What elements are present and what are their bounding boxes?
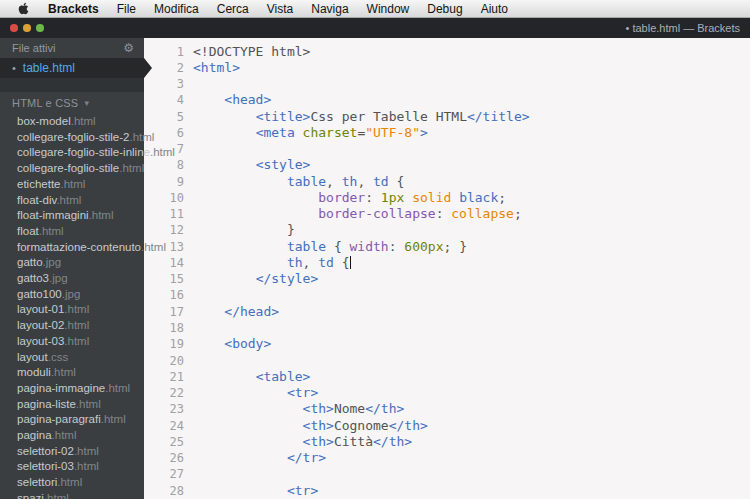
code-line[interactable]: 19 <body>	[144, 336, 750, 352]
menu-item-window[interactable]: Window	[358, 0, 419, 17]
file-list-item[interactable]: collegare-foglio-stile-2.html	[17, 130, 144, 146]
file-list-item[interactable]: collegare-foglio-stile-inline.html	[17, 145, 144, 161]
file-list-item[interactable]: gatto100.jpg	[17, 287, 144, 303]
menu-item-file[interactable]: File	[108, 0, 145, 17]
code-line[interactable]: 3	[144, 76, 750, 92]
file-extension: .html	[51, 366, 76, 378]
file-list-item[interactable]: layout-02.html	[17, 318, 144, 334]
file-list-item[interactable]: formattazione-contenuto.html	[17, 240, 144, 256]
line-number: 10	[144, 190, 184, 206]
code-line[interactable]: 5 <title>Css per Tabelle HTML</title>	[144, 109, 750, 125]
file-list-item[interactable]: collegare-foglio-stile.html	[17, 161, 144, 177]
file-base-name: layout-01	[17, 303, 64, 315]
file-extension: .html	[150, 146, 175, 158]
menu-item-naviga[interactable]: Naviga	[302, 0, 357, 17]
code-line[interactable]: 12 }	[144, 222, 750, 238]
code-line[interactable]: 18	[144, 320, 750, 336]
menu-item-modifica[interactable]: Modifica	[145, 0, 208, 17]
file-list-item[interactable]: selettori.html	[17, 475, 144, 491]
active-file-table-html[interactable]: • table.html	[0, 58, 144, 78]
file-base-name: moduli	[17, 366, 51, 378]
close-button[interactable]	[10, 24, 18, 32]
code-line[interactable]: 6 <meta charset="UTF-8">	[144, 125, 750, 141]
code-line[interactable]: 8 <style>	[144, 157, 750, 173]
zoom-button[interactable]	[36, 24, 44, 32]
file-list-item[interactable]: float-div.html	[17, 193, 144, 209]
code-line[interactable]: 14 th, td {	[144, 255, 750, 271]
gear-icon[interactable]: ⚙	[123, 42, 134, 54]
code-line[interactable]: 28 <tr>	[144, 483, 750, 499]
code-line[interactable]: 13 table { width: 600px; }	[144, 239, 750, 255]
line-number: 12	[144, 222, 184, 238]
code-text: <!DOCTYPE html>	[184, 44, 310, 60]
apple-menu[interactable]	[16, 0, 39, 17]
project-files-header[interactable]: HTML e CSS ▾	[0, 92, 144, 114]
file-list-item[interactable]: selettori-02.html	[17, 444, 144, 460]
file-list-item[interactable]: gatto.jpg	[17, 255, 144, 271]
file-list-item[interactable]: pagina-immagine.html	[17, 381, 144, 397]
file-list-item[interactable]: spazi.html	[17, 491, 144, 499]
file-base-name: gatto3	[17, 272, 49, 284]
file-base-name: pagina	[17, 429, 52, 441]
file-list-item[interactable]: float-immagini.html	[17, 208, 144, 224]
file-extension: .jpg	[62, 288, 81, 300]
file-list-item[interactable]: moduli.html	[17, 365, 144, 381]
menu-item-debug[interactable]: Debug	[418, 0, 471, 17]
code-line[interactable]: 20	[144, 353, 750, 369]
file-list-item[interactable]: layout-03.html	[17, 334, 144, 350]
code-editor[interactable]: 1<!DOCTYPE html>2<html>34 <head>5 <title…	[144, 38, 750, 499]
file-base-name: formattazione-contenuto	[17, 241, 141, 253]
code-line[interactable]: 7	[144, 141, 750, 157]
menu-item-vista[interactable]: Vista	[258, 0, 302, 17]
menu-item-cerca[interactable]: Cerca	[208, 0, 258, 17]
file-list-item[interactable]: pagina-paragrafi.html	[17, 412, 144, 428]
line-number: 17	[144, 304, 184, 320]
code-text	[184, 353, 193, 369]
code-line[interactable]: 23 <th>Nome</th>	[144, 401, 750, 417]
code-line[interactable]: 11 border-collapse: collapse;	[144, 206, 750, 222]
code-line[interactable]: 9 table, th, td {	[144, 174, 750, 190]
active-file-name: table.html	[23, 61, 75, 75]
line-number: 8	[144, 157, 184, 173]
file-base-name: float-div	[17, 194, 56, 206]
minimize-button[interactable]	[23, 24, 31, 32]
code-text: <th>Nome</th>	[184, 401, 404, 417]
code-line[interactable]: 21 <table>	[144, 369, 750, 385]
code-text: <title>Css per Tabelle HTML</title>	[184, 109, 530, 125]
code-line[interactable]: 16	[144, 287, 750, 303]
code-line[interactable]: 22 <tr>	[144, 385, 750, 401]
code-line[interactable]: 27	[144, 466, 750, 482]
file-list-item[interactable]: layout-01.html	[17, 302, 144, 318]
file-list-item[interactable]: etichette.html	[17, 177, 144, 193]
chevron-down-icon: ▾	[84, 98, 89, 108]
file-extension: .html	[44, 492, 69, 499]
code-text: </tr>	[184, 450, 326, 466]
file-list-item[interactable]: float.html	[17, 224, 144, 240]
code-text: th, td {	[184, 255, 351, 271]
file-list-item[interactable]: box-model.html	[17, 114, 144, 130]
file-list-item[interactable]: pagina-liste.html	[17, 397, 144, 413]
file-base-name: layout	[17, 351, 48, 363]
code-line[interactable]: 1<!DOCTYPE html>	[144, 44, 750, 60]
code-line[interactable]: 10 border: 1px solid black;	[144, 190, 750, 206]
code-line[interactable]: 2<html>	[144, 60, 750, 76]
file-list-item[interactable]: selettori-03.html	[17, 459, 144, 475]
code-line[interactable]: 25 <th>Città</th>	[144, 434, 750, 450]
code-line[interactable]: 26 </tr>	[144, 450, 750, 466]
project-file-list: box-model.htmlcollegare-foglio-stile-2.h…	[0, 114, 144, 499]
file-base-name: selettori-03	[17, 460, 74, 472]
menu-item-brackets[interactable]: Brackets	[39, 0, 108, 17]
file-extension: .html	[60, 178, 85, 190]
file-list-item[interactable]: layout.css	[17, 350, 144, 366]
file-base-name: gatto100	[17, 288, 62, 300]
window-title: • table.html — Brackets	[44, 22, 750, 34]
code-line[interactable]: 17 </head>	[144, 304, 750, 320]
menu-item-aiuto[interactable]: Aiuto	[472, 0, 517, 17]
file-base-name: pagina-paragrafi	[17, 413, 101, 425]
code-line[interactable]: 15 </style>	[144, 271, 750, 287]
code-line[interactable]: 24 <th>Cognome</th>	[144, 418, 750, 434]
file-base-name: collegare-foglio-stile	[17, 162, 119, 174]
file-list-item[interactable]: pagina.html	[17, 428, 144, 444]
code-line[interactable]: 4 <head>	[144, 92, 750, 108]
file-list-item[interactable]: gatto3.jpg	[17, 271, 144, 287]
